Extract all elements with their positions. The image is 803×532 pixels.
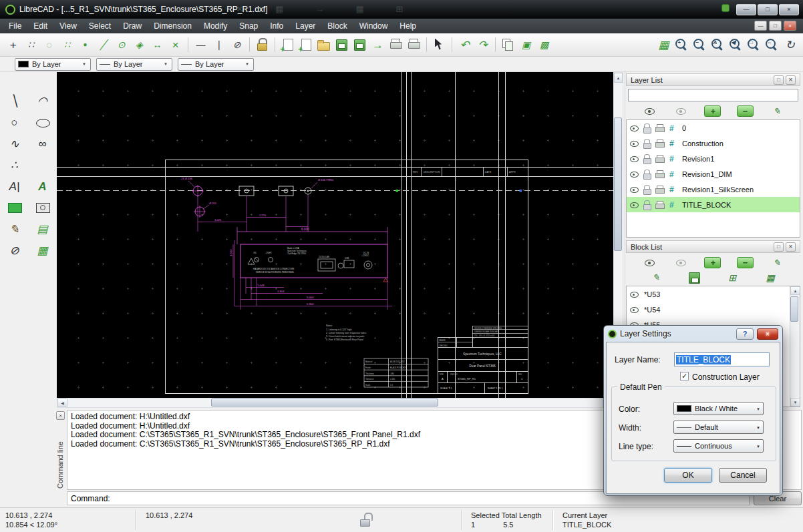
- redo-icon[interactable]: ↷: [474, 36, 492, 54]
- redraw-icon[interactable]: ↻: [781, 36, 799, 54]
- float-panel-button[interactable]: [774, 242, 784, 252]
- dialog-help-button[interactable]: ?: [736, 328, 754, 340]
- open-drawing-icon[interactable]: [315, 36, 333, 54]
- dialog-title-bar[interactable]: Layer Settings ? ×: [606, 326, 780, 342]
- layer-visible-icon[interactable]: [629, 199, 640, 210]
- vscroll-thumb[interactable]: [614, 117, 622, 251]
- layer-row[interactable]: Construction: [627, 136, 800, 151]
- crosshair-icon[interactable]: +: [4, 36, 22, 54]
- ok-button[interactable]: OK: [664, 468, 712, 483]
- pen-color-select[interactable]: By Layer: [15, 58, 91, 71]
- layer-construction-icon[interactable]: [667, 199, 678, 210]
- new-from-template-icon[interactable]: +: [297, 36, 315, 54]
- grid-points-icon[interactable]: ∷: [22, 36, 40, 54]
- hide-all-blocks-button[interactable]: [673, 256, 689, 270]
- hscroll-thumb[interactable]: [211, 398, 438, 407]
- insert-block-button[interactable]: ⊞: [724, 270, 740, 284]
- add-block-button[interactable]: +: [704, 257, 721, 268]
- layer-lock-icon[interactable]: [641, 199, 653, 210]
- layer-row[interactable]: Revision1: [627, 151, 800, 166]
- scroll-down-button[interactable]: [790, 398, 800, 407]
- horizontal-scrollbar[interactable]: [57, 398, 613, 408]
- drawing-canvas[interactable]: REV DESCRIPTION DATE APPR: [57, 72, 613, 398]
- menu-item[interactable]: Select: [83, 20, 117, 32]
- layer-list-header[interactable]: Layer List: [626, 73, 800, 86]
- freehand-tool[interactable]: ∞: [34, 135, 51, 152]
- hscroll-track[interactable]: [67, 398, 603, 407]
- maximize-button[interactable]: □: [758, 4, 778, 15]
- snap-on-entity-icon[interactable]: ╱: [94, 36, 112, 54]
- mtext-tool[interactable]: A: [34, 178, 51, 195]
- block-scroll-thumb[interactable]: [790, 296, 798, 322]
- create-block-button[interactable]: ▦: [762, 270, 778, 284]
- edit-block-button[interactable]: ✎: [648, 270, 664, 284]
- text-tool[interactable]: A|: [6, 178, 23, 195]
- show-all-blocks-button[interactable]: [641, 256, 657, 270]
- layer-visible-icon[interactable]: [629, 122, 640, 134]
- menu-item[interactable]: File: [3, 20, 27, 32]
- layer-filter-input[interactable]: [628, 89, 798, 101]
- menu-item[interactable]: Help: [393, 20, 422, 32]
- remove-layer-button[interactable]: −: [737, 105, 754, 117]
- copy-icon[interactable]: [499, 36, 517, 54]
- snap-free-icon[interactable]: ◌: [40, 36, 58, 54]
- menu-item[interactable]: Dimension: [148, 20, 198, 32]
- float-panel-button[interactable]: [774, 75, 784, 85]
- restrict-horizontal-icon[interactable]: —: [192, 36, 210, 54]
- rename-block-button[interactable]: ✎: [769, 256, 785, 270]
- pen-width-select[interactable]: By Layer: [96, 58, 172, 71]
- ellipse-tool[interactable]: [34, 113, 51, 131]
- scroll-up-button[interactable]: [790, 286, 800, 295]
- menu-item[interactable]: Info: [264, 20, 289, 32]
- show-all-layers-button[interactable]: [641, 104, 657, 118]
- block-row[interactable]: *U54: [627, 302, 790, 317]
- layer-construction-icon[interactable]: [667, 138, 678, 149]
- arc-tool[interactable]: ◠: [34, 92, 51, 109]
- color-select[interactable]: Black / White: [673, 402, 764, 415]
- layer-lock-icon[interactable]: [641, 168, 653, 180]
- layer-visible-icon[interactable]: [629, 138, 640, 149]
- point-tool[interactable]: ∴: [6, 156, 23, 174]
- layer-visible-icon[interactable]: [629, 153, 640, 164]
- pen-linetype-select[interactable]: By Layer: [178, 58, 254, 71]
- layer-construction-icon[interactable]: [667, 168, 678, 180]
- remove-block-button[interactable]: −: [737, 257, 754, 268]
- print-icon[interactable]: [387, 36, 405, 54]
- menu-item[interactable]: Modify: [198, 20, 233, 32]
- zoom-pan-icon[interactable]: ⇔: [763, 36, 781, 54]
- line-tool[interactable]: ╲: [6, 92, 23, 109]
- linetype-select[interactable]: Continuous: [673, 439, 764, 453]
- tangent-circle-tool[interactable]: ⊘: [6, 242, 23, 259]
- import-block-icon[interactable]: →: [369, 36, 387, 54]
- scroll-up-button[interactable]: [614, 73, 623, 83]
- layer-construction-icon[interactable]: [667, 184, 678, 195]
- snap-grid-icon[interactable]: ∷: [58, 36, 76, 54]
- menu-item[interactable]: Snap: [233, 20, 264, 32]
- close-button[interactable]: ×: [779, 4, 799, 15]
- zoom-auto-icon[interactable]: A: [709, 36, 727, 54]
- move-to-front-icon[interactable]: ▣: [517, 36, 535, 54]
- layer-lock-icon[interactable]: [641, 153, 653, 164]
- zoom-window-icon[interactable]: □: [745, 36, 763, 54]
- construction-layer-checkbox[interactable]: [680, 372, 689, 380]
- drawing-area[interactable]: REV DESCRIPTION DATE APPR: [57, 72, 613, 398]
- layer-row[interactable]: 0: [627, 120, 800, 136]
- block-tool[interactable]: ▦: [34, 242, 51, 259]
- new-drawing-icon[interactable]: +: [279, 36, 297, 54]
- block-list-scrollbar[interactable]: [790, 286, 800, 407]
- menu-item[interactable]: Layer: [289, 20, 321, 32]
- layer-name-input[interactable]: TITLE_BLOCK: [674, 352, 770, 366]
- scroll-left-button[interactable]: [57, 398, 67, 407]
- layer-print-icon[interactable]: [654, 122, 665, 134]
- menu-item[interactable]: Draw: [117, 20, 148, 32]
- save-as-icon[interactable]: [351, 36, 369, 54]
- spline-tool[interactable]: ✎: [6, 220, 23, 238]
- mdi-minimize-button[interactable]: —: [754, 21, 767, 31]
- restrict-vertical-icon[interactable]: |: [210, 36, 228, 54]
- block-row[interactable]: *U53: [627, 286, 790, 302]
- save-block-button[interactable]: [686, 270, 702, 284]
- move-to-back-icon[interactable]: ▩: [535, 36, 553, 54]
- close-panel-button[interactable]: [786, 75, 796, 85]
- zoom-previous-icon[interactable]: ◀: [727, 36, 745, 54]
- snap-intersection-icon[interactable]: ×: [166, 36, 184, 54]
